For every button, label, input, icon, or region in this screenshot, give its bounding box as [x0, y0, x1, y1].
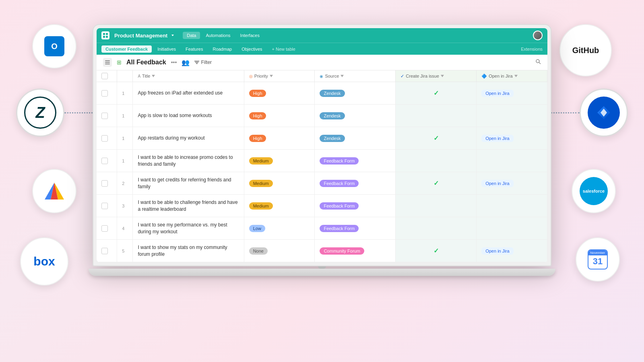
user-avatar[interactable]	[533, 31, 543, 40]
svg-marker-24	[514, 75, 518, 77]
svg-marker-5	[597, 106, 610, 119]
tab-features[interactable]: Features	[182, 45, 207, 53]
jira-logo	[580, 88, 628, 137]
row-source-3: Feedback Form	[315, 150, 396, 172]
priority-badge-2[interactable]: High	[249, 135, 266, 142]
row-priority-1: High	[244, 105, 315, 127]
source-badge-4[interactable]: Feedback Form	[320, 180, 359, 187]
table-row[interactable]: 5 I want to show my stats on my communit…	[97, 240, 547, 262]
top-bar: Product Management Data Automations Inte…	[97, 28, 547, 43]
col-create-jira-header[interactable]: ✓ Create Jira issue	[396, 70, 477, 82]
row-title-7: I want to show my stats on my community …	[133, 240, 244, 262]
svg-marker-23	[441, 75, 444, 77]
table-row[interactable]: 2 I want to get credits for referring fr…	[97, 172, 547, 195]
row-title-3: I want to be able to increase promo code…	[133, 150, 244, 172]
col-open-jira-header[interactable]: 🔷 Open in Jira	[477, 70, 547, 82]
filter-icon	[194, 60, 199, 64]
tab-roadmap[interactable]: Roadmap	[208, 45, 236, 53]
row-checkbox-7[interactable]	[101, 248, 108, 254]
open-jira-sort[interactable]	[514, 75, 518, 77]
open-jira-btn-7[interactable]: Open in Jira	[481, 247, 513, 255]
source-badge-0[interactable]: Zendesk	[320, 90, 345, 97]
priority-badge-7[interactable]: None	[249, 247, 268, 255]
priority-badge-5[interactable]: Medium	[249, 202, 273, 210]
open-jira-btn-2[interactable]: Open in Jira	[481, 135, 513, 142]
table-row[interactable]: 1 App freezes on iPad after extended use…	[97, 82, 547, 105]
more-options-btn[interactable]: •••	[171, 59, 177, 66]
table-row[interactable]: 1 I want to be able to increase promo co…	[97, 150, 547, 172]
table-row[interactable]: 4 I want to see my performance vs. my be…	[97, 217, 547, 240]
sidebar-toggle[interactable]	[103, 58, 112, 67]
open-jira-btn-0[interactable]: Open in Jira	[481, 90, 513, 97]
source-badge-5[interactable]: Feedback Form	[320, 202, 359, 210]
nav-data[interactable]: Data	[183, 32, 200, 39]
svg-rect-13	[105, 62, 110, 63]
svg-marker-4	[51, 183, 58, 200]
priority-badge-0[interactable]: High	[249, 90, 266, 97]
source-col-sort[interactable]	[341, 75, 344, 77]
row-priority-6: Low	[244, 217, 315, 240]
create-jira-sort[interactable]	[441, 75, 444, 77]
source-badge-2[interactable]: Zendesk	[320, 135, 345, 142]
top-nav: Data Automations Interfaces	[183, 32, 264, 39]
priority-badge-3[interactable]: Medium	[249, 157, 273, 165]
row-checkbox-5[interactable]	[101, 203, 108, 209]
jira-checkmark-2: ✓	[433, 135, 439, 142]
priority-col-sort[interactable]	[270, 75, 273, 77]
gdrive-logo	[32, 169, 76, 213]
row-checkbox-1[interactable]	[101, 113, 108, 119]
row-checkbox-3[interactable]	[101, 158, 108, 164]
row-checkbox-2[interactable]	[101, 135, 108, 142]
filter-btn[interactable]: Filter	[194, 60, 212, 65]
row-jira-check-6	[396, 217, 477, 240]
row-open-jira-1	[477, 105, 547, 127]
col-title-header[interactable]: A Title	[133, 70, 244, 82]
source-badge-7[interactable]: Community Forum	[320, 247, 364, 255]
tab-objectives[interactable]: Objectives	[237, 45, 266, 53]
tab-customer-feedback[interactable]: Customer Feedback	[101, 45, 152, 53]
row-num-4: 2	[117, 172, 133, 195]
priority-badge-1[interactable]: High	[249, 112, 266, 119]
row-title-4: I want to get credits for referring frie…	[133, 172, 244, 195]
table-header-bar: ⊞ All Feedback ••• 👥 Filter	[97, 55, 547, 70]
nav-interfaces[interactable]: Interfaces	[236, 32, 264, 39]
source-badge-1[interactable]: Zendesk	[320, 112, 345, 119]
source-badge-6[interactable]: Feedback Form	[320, 225, 359, 232]
search-icon	[535, 59, 541, 64]
row-checkbox-6[interactable]	[101, 225, 108, 232]
priority-badge-6[interactable]: Low	[249, 225, 265, 232]
select-all-checkbox[interactable]	[101, 73, 108, 79]
create-jira-label: Create Jira issue	[406, 74, 439, 78]
laptop-base	[89, 269, 555, 276]
source-badge-3[interactable]: Feedback Form	[320, 157, 359, 165]
search-btn[interactable]	[535, 59, 541, 66]
table-row[interactable]: 3 I want to be able to challenge friends…	[97, 195, 547, 217]
data-table-container: A Title ◎ Priority	[97, 70, 547, 262]
extensions-link[interactable]: Extensions	[521, 47, 543, 51]
priority-col-label: Priority	[254, 74, 268, 78]
open-jira-btn-4[interactable]: Open in Jira	[481, 180, 513, 187]
row-source-6: Feedback Form	[315, 217, 396, 240]
svg-rect-8	[106, 33, 108, 35]
box-text: box	[33, 255, 55, 268]
row-checkbox-4[interactable]	[101, 180, 108, 187]
table-row[interactable]: 1 App restarts during my workout High Ze…	[97, 127, 547, 150]
row-jira-check-5	[396, 195, 477, 217]
row-priority-0: High	[244, 82, 315, 105]
new-table-btn[interactable]: + New table	[268, 45, 299, 53]
priority-badge-4[interactable]: Medium	[249, 180, 273, 187]
row-checkbox-0[interactable]	[101, 90, 108, 97]
col-source-header[interactable]: ◉ Source	[315, 70, 396, 82]
svg-rect-12	[105, 60, 110, 61]
nav-automations[interactable]: Automations	[202, 32, 234, 39]
table-row[interactable]: 1 App is slow to load some workouts High…	[97, 105, 547, 127]
tab-initiatives[interactable]: Initiatives	[153, 45, 180, 53]
col-priority-header[interactable]: ◎ Priority	[244, 70, 315, 82]
svg-marker-11	[171, 35, 174, 36]
row-num-6: 4	[117, 217, 133, 240]
title-dropdown-icon[interactable]	[171, 33, 175, 37]
title-col-sort[interactable]	[152, 75, 155, 77]
svg-rect-10	[106, 36, 108, 38]
row-checkbox-cell-7	[97, 240, 117, 262]
people-btn[interactable]: 👥	[182, 59, 190, 66]
